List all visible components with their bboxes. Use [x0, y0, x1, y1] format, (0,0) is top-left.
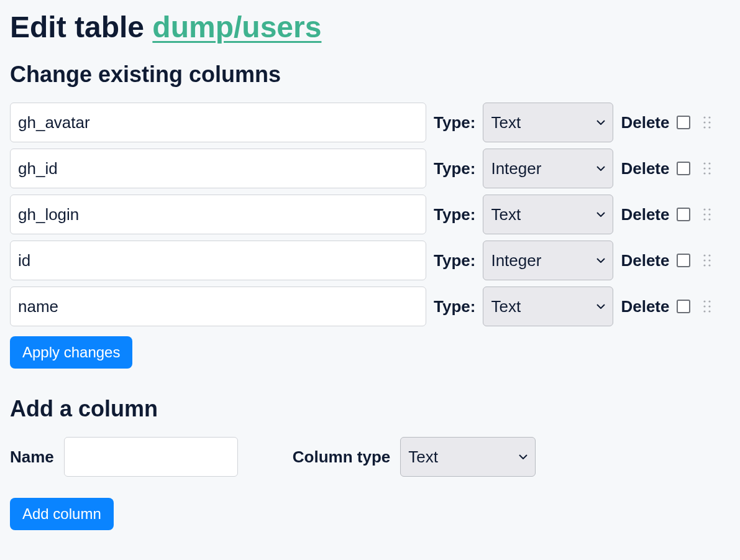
svg-point-3: [709, 121, 711, 123]
svg-point-19: [709, 254, 711, 256]
column-delete-label: Delete: [621, 205, 669, 224]
svg-point-7: [709, 162, 711, 164]
column-type-label: Type:: [434, 205, 475, 224]
column-row: Type:TextIntegerDelete: [10, 195, 730, 234]
svg-point-6: [704, 162, 706, 164]
svg-point-28: [704, 310, 706, 312]
column-type-label: Type:: [434, 159, 475, 178]
page-title: Edit table dump/users: [10, 10, 730, 44]
column-delete-checkbox[interactable]: [677, 162, 690, 175]
svg-point-27: [709, 305, 711, 307]
svg-point-29: [709, 310, 711, 312]
apply-changes-button[interactable]: Apply changes: [10, 336, 132, 369]
column-delete-label: Delete: [621, 159, 669, 178]
add-column-type-label: Column type: [293, 448, 390, 467]
column-type-select[interactable]: TextInteger: [483, 287, 613, 326]
svg-point-23: [709, 264, 711, 266]
column-name-input[interactable]: [10, 195, 426, 234]
column-delete-label: Delete: [621, 113, 669, 132]
change-columns-heading: Change existing columns: [10, 62, 730, 88]
table-link[interactable]: dump/users: [152, 11, 321, 44]
svg-point-1: [709, 116, 711, 118]
svg-point-26: [704, 305, 706, 307]
drag-handle-icon[interactable]: [701, 206, 713, 223]
svg-point-12: [704, 208, 706, 210]
page-title-prefix: Edit table: [10, 11, 152, 44]
svg-point-24: [704, 300, 706, 302]
column-name-input[interactable]: [10, 287, 426, 326]
add-column-type-select[interactable]: TextInteger: [400, 437, 536, 477]
column-delete-checkbox[interactable]: [677, 208, 690, 221]
svg-point-18: [704, 254, 706, 256]
column-type-label: Type:: [434, 297, 475, 316]
drag-handle-icon[interactable]: [701, 160, 713, 177]
column-name-input[interactable]: [10, 241, 426, 280]
svg-point-14: [704, 213, 706, 215]
column-row: Type:TextIntegerDelete: [10, 149, 730, 188]
svg-point-22: [704, 264, 706, 266]
column-delete-label: Delete: [621, 297, 669, 316]
svg-point-2: [704, 121, 706, 123]
svg-point-16: [704, 218, 706, 220]
svg-point-10: [704, 172, 706, 174]
svg-point-25: [709, 300, 711, 302]
column-type-select[interactable]: TextInteger: [483, 103, 613, 142]
column-row: Type:TextIntegerDelete: [10, 241, 730, 280]
svg-point-13: [709, 208, 711, 210]
column-type-select[interactable]: TextInteger: [483, 195, 613, 234]
column-row: Type:TextIntegerDelete: [10, 287, 730, 326]
column-type-label: Type:: [434, 251, 475, 270]
svg-point-8: [704, 167, 706, 169]
column-delete-label: Delete: [621, 251, 669, 270]
drag-handle-icon[interactable]: [701, 298, 713, 315]
svg-point-17: [709, 218, 711, 220]
svg-point-11: [709, 172, 711, 174]
column-name-input[interactable]: [10, 149, 426, 188]
svg-point-9: [709, 167, 711, 169]
add-column-name-label: Name: [10, 448, 54, 467]
column-delete-checkbox[interactable]: [677, 254, 690, 267]
drag-handle-icon[interactable]: [701, 252, 713, 269]
column-name-input[interactable]: [10, 103, 426, 142]
drag-handle-icon[interactable]: [701, 114, 713, 131]
column-type-label: Type:: [434, 113, 475, 132]
column-type-select[interactable]: TextInteger: [483, 149, 613, 188]
svg-point-15: [709, 213, 711, 215]
svg-point-4: [704, 126, 706, 128]
add-column-heading: Add a column: [10, 396, 730, 422]
column-row: Type:TextIntegerDelete: [10, 103, 730, 142]
svg-point-21: [709, 259, 711, 261]
add-column-button[interactable]: Add column: [10, 498, 114, 530]
column-delete-checkbox[interactable]: [677, 300, 690, 313]
column-delete-checkbox[interactable]: [677, 116, 690, 129]
svg-point-5: [709, 126, 711, 128]
svg-point-20: [704, 259, 706, 261]
add-column-name-input[interactable]: [64, 437, 238, 477]
column-type-select[interactable]: TextInteger: [483, 241, 613, 280]
svg-point-0: [704, 116, 706, 118]
